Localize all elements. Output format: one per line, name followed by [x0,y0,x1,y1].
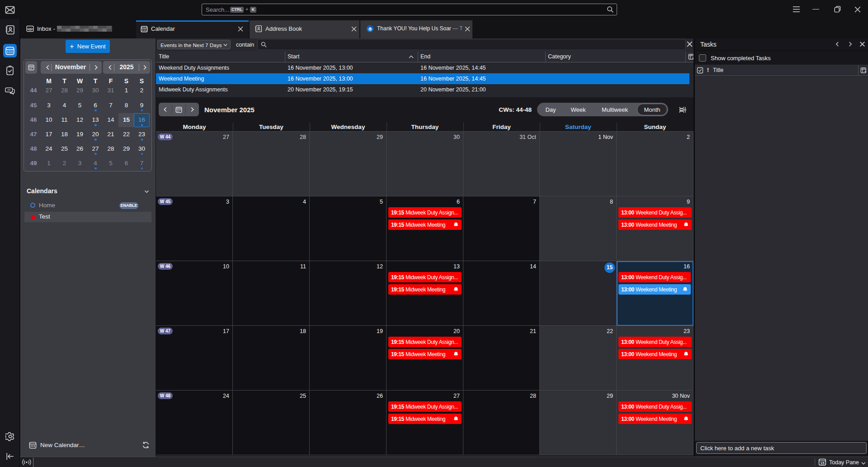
svg-text:15: 15 [821,461,825,465]
